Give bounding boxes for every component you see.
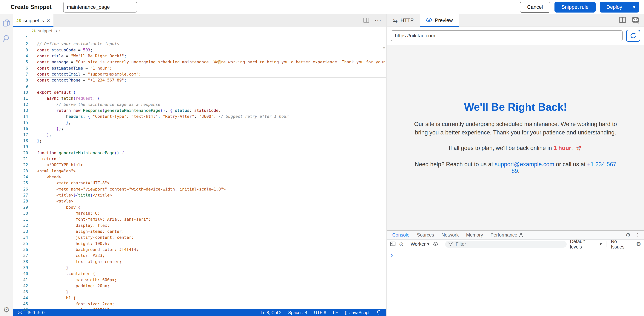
code-line[interactable]: font-family: Arial, sans-serif; [37,216,386,222]
code-line[interactable]: <head> [37,174,386,180]
code-line[interactable]: <!DOCTYPE html> [37,162,386,168]
code-line[interactable]: background-color: #f4f4f4; [37,247,386,253]
code-line[interactable]: <meta name="viewport" content="width=dev… [37,186,386,192]
code-line[interactable]: function generateMaintenancePage() { [37,150,386,156]
code-line[interactable] [37,144,386,150]
breadcrumb-ellipsis[interactable]: … [63,28,67,34]
code-line[interactable]: const contactPhone = "+1 234 567 89"; [37,77,386,83]
console-output[interactable]: › [387,249,644,316]
split-editor-icon[interactable] [363,18,369,24]
snippet-name-input[interactable] [63,2,137,13]
code-line[interactable]: async fetch(request) { [37,95,386,101]
refresh-preview-button[interactable] [626,30,640,42]
code-line[interactable]: margin: 0; [37,210,386,216]
tab-snippet-js[interactable]: JS snippet.js × [13,15,54,27]
code-line[interactable]: return new Response(generateMaintenanceP… [37,108,386,114]
code-line[interactable]: color: #333; [37,253,386,259]
deploy-button[interactable]: Deploy [600,2,629,13]
devtools-tab-memory[interactable]: Memory [462,230,487,239]
code-line[interactable]: } [37,265,386,271]
code-line[interactable]: font-size: 2rem; [37,301,386,307]
code-line[interactable]: display: flex; [37,222,386,228]
cancel-button[interactable]: Cancel [520,2,550,13]
code-line[interactable]: }; [37,138,386,144]
line-number: 31 [13,216,28,222]
code-line[interactable]: // Serve the maintenance page as a respo… [37,102,386,108]
context-selector[interactable]: Worker ▾ [410,241,429,247]
filter-input[interactable] [455,241,564,247]
code-line[interactable]: const contactEmail = "support@example.co… [37,71,386,77]
chevron-down-icon: ▾ [427,242,429,247]
toggle-sidebar-icon[interactable] [390,241,396,247]
code-line[interactable]: height: 100vh; [37,241,386,247]
devtools-tab-sources[interactable]: Sources [413,230,438,239]
devtools-kebab-menu-icon[interactable]: ⋮ [635,232,640,238]
devtools-tab-performance[interactable]: Performance [487,230,527,239]
code-line[interactable]: color: #0056b3; [37,307,386,309]
code-line[interactable]: headers: { "Content-Type": "text/html", … [37,114,386,120]
console-filter[interactable] [445,241,567,248]
eol-setting[interactable]: LF [333,310,338,315]
support-email-link[interactable]: support@example.com [495,161,554,168]
preview-url-input[interactable] [391,30,623,41]
code-line[interactable]: h1 { [37,295,386,301]
issues-counter[interactable]: No Issues [611,239,632,250]
console-settings-gear-icon[interactable]: ⚙ [636,241,641,247]
code-line[interactable]: }, [37,132,386,138]
devtools-tab-console[interactable]: Console [388,230,413,239]
code-line[interactable] [37,83,386,89]
code-line[interactable]: }, [37,120,386,126]
encoding-setting[interactable]: UTF-8 [314,310,326,315]
breadcrumb-file[interactable]: snippet.js [38,28,57,34]
live-expression-eye-icon[interactable] [433,242,438,247]
code-content[interactable]: // Define your customizable inputsconst … [31,35,386,309]
code-line[interactable]: return ` [37,156,386,162]
code-line[interactable]: const title = "We'll Be Right Back!"; [37,53,386,59]
deploy-dropdown-caret-icon[interactable]: ▾ [629,2,639,13]
code-line[interactable]: padding: 20px; [37,283,386,289]
devtools-tab-network[interactable]: Network [438,230,462,239]
code-line[interactable]: }); [37,126,386,132]
code-line[interactable]: // Define your customizable inputs [37,41,386,47]
code-line[interactable]: text-align: center; [37,259,386,265]
code-line[interactable]: } [37,289,386,295]
tab-http[interactable]: ⇆ HTTP [387,15,420,27]
code-line[interactable]: export default { [37,89,386,95]
indentation-setting[interactable]: Spaces: 4 [288,310,307,315]
console-prompt-row[interactable]: › [387,249,644,261]
code-line[interactable] [37,35,386,41]
line-number: 25 [13,180,28,186]
search-icon[interactable] [2,34,11,43]
more-actions-icon[interactable]: ⋯ [374,17,381,24]
code-line[interactable]: .container { [37,271,386,277]
deploy-split-button[interactable]: Deploy ▾ [600,2,639,13]
code-line[interactable]: align-items: center; [37,228,386,234]
clear-console-icon[interactable]: ⊘ [399,241,404,247]
code-line[interactable]: <style> [37,198,386,204]
code-line[interactable]: <html lang="en"> [37,168,386,174]
code-line[interactable]: <meta charset="UTF-8"> [37,180,386,186]
notifications-bell-icon[interactable] [376,310,381,316]
tab-preview[interactable]: Preview [420,15,459,27]
settings-gear-icon[interactable]: ⚙ [3,306,10,313]
code-line[interactable]: const estimatedTime = "1 hour"; [37,65,386,71]
files-icon[interactable] [2,19,11,28]
snippet-rule-button[interactable]: Snippet rule [554,2,596,13]
devtools-settings-gear-icon[interactable]: ⚙ [626,232,630,238]
code-line[interactable]: const message = "Our site is currently u… [37,59,386,65]
discord-icon[interactable] [631,17,640,25]
code-line[interactable]: max-width: 600px; [37,277,386,283]
line-number: 45 [13,301,28,307]
code-line[interactable]: <title>${title}</title> [37,192,386,198]
code-editor[interactable]: 1234567891011121314151617181920212223242… [13,35,386,309]
close-tab-icon[interactable]: × [46,18,50,24]
docs-book-icon[interactable] [618,17,627,25]
code-line[interactable]: const statusCode = 503; [37,47,386,53]
code-line[interactable]: justify-content: center; [37,234,386,240]
problems-indicator[interactable]: ⊗ 0 ⚠ 0 [27,310,45,315]
cursor-position[interactable]: Ln 8, Col 2 [261,310,282,315]
log-levels-dropdown[interactable]: Default levels ▾ [570,239,602,250]
language-mode[interactable]: {} JavaScript [344,310,370,315]
code-line[interactable]: body { [37,204,386,210]
breadcrumb[interactable]: JS snippet.js › … [13,27,386,35]
